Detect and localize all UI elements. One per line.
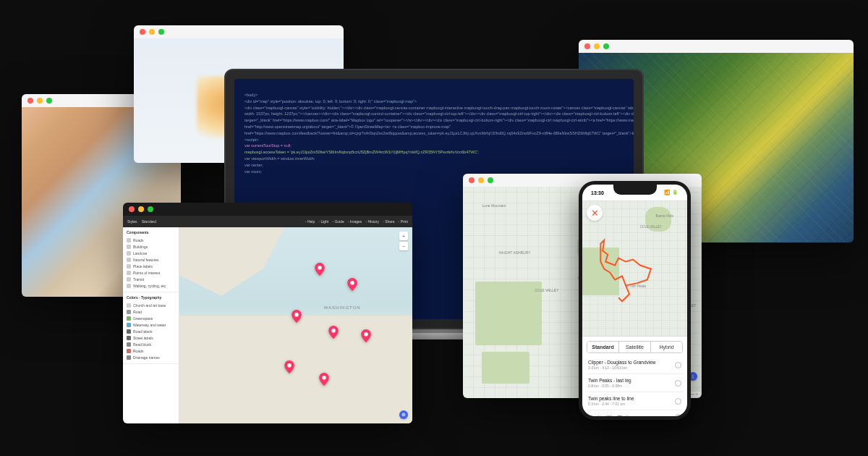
segment-standard[interactable]: Standard [587, 342, 619, 352]
route-list-item[interactable]: Skyview Way Climb [587, 410, 683, 416]
neighborhood-label: HAIGHT ASHBURY [499, 250, 531, 255]
studio-window: Styles Standard ◦ Help◦ Light◦ Guide◦ Im… [123, 203, 412, 423]
minimize-icon[interactable] [37, 98, 43, 104]
toolbar-help[interactable]: ◦ Help [305, 219, 315, 224]
maximize-icon[interactable] [158, 29, 164, 35]
neighborhood-label: COLE VALLEY [535, 288, 559, 292]
svg-point-4 [364, 332, 368, 337]
style-name: Standard [142, 219, 156, 224]
radio-icon[interactable] [675, 398, 681, 405]
radio-icon[interactable] [675, 414, 681, 416]
maximize-icon[interactable] [148, 206, 153, 212]
state-label: WASHINGTON [324, 305, 361, 310]
svg-point-2 [294, 313, 299, 317]
svg-point-3 [331, 328, 336, 332]
route-list-item[interactable]: Clipper - Douglass to Grandview3.3 km · … [587, 356, 683, 374]
svg-point-0 [318, 266, 322, 270]
map-label: COLE VALLEY [640, 225, 662, 229]
minimize-icon[interactable] [149, 29, 155, 35]
map-pin-icon[interactable] [361, 329, 371, 342]
component-item[interactable]: Landuse [127, 250, 175, 256]
toolbar-share[interactable]: ◦ Share [383, 219, 395, 224]
studio-map-canvas[interactable]: WASHINGTON + − ⊕ [179, 227, 412, 423]
phone-screen: 13:30 📶 🔋 ✕ COLE VALLEYBuena VistaTwin P… [582, 185, 687, 416]
map-style-segmented-control[interactable]: Standard Satellite Hybrid [587, 341, 683, 353]
status-time: 13:30 [591, 190, 604, 195]
close-button[interactable]: ✕ [587, 205, 603, 221]
styles-link[interactable]: Styles [127, 219, 137, 224]
titlebar [134, 25, 344, 38]
layer-item[interactable]: Road labels [127, 328, 175, 334]
map-pin-icon[interactable] [347, 278, 357, 291]
map-pin-icon[interactable] [292, 310, 302, 323]
component-item[interactable]: Natural features [127, 256, 175, 263]
close-icon[interactable] [140, 29, 145, 35]
map-pin-icon[interactable] [315, 263, 325, 276]
titlebar [123, 203, 412, 216]
toolbar-guide[interactable]: ◦ Guide [332, 219, 344, 224]
layer-item[interactable]: Read block [127, 341, 175, 347]
maximize-icon[interactable] [46, 98, 52, 104]
map-label: Twin Peaks [629, 284, 646, 288]
component-item[interactable]: Place labels [127, 263, 175, 269]
minimize-icon[interactable] [478, 177, 484, 183]
component-item[interactable]: Points of interest [127, 269, 175, 276]
studio-sidebar: Components RoadsBuildingsLanduseNatural … [123, 227, 179, 423]
layer-item[interactable]: Church and art base [127, 302, 175, 308]
component-item[interactable]: Buildings [127, 243, 175, 250]
status-icons: 📶 🔋 [664, 190, 678, 195]
phone-notch [613, 185, 657, 195]
maximize-icon[interactable] [603, 43, 609, 49]
map-pin-icon[interactable] [328, 326, 339, 339]
close-icon[interactable] [129, 206, 135, 212]
toolbar-history[interactable]: ◦ History [365, 219, 379, 224]
layer-item[interactable]: Roads [127, 347, 175, 354]
components-header: Components [127, 230, 175, 235]
locate-button[interactable]: ⊕ [399, 410, 408, 419]
component-item[interactable]: Walking, cycling, etc. [127, 282, 175, 289]
route-list-item[interactable]: Twin peaks line to line0.3 km · 2:44 - 7… [587, 392, 683, 410]
phone-device: 13:30 📶 🔋 ✕ COLE VALLEYBuena VistaTwin P… [579, 181, 691, 420]
route-list: Clipper - Douglass to Grandview3.3 km · … [582, 356, 687, 416]
minimize-icon[interactable] [594, 43, 600, 49]
layer-item[interactable]: Street labels [127, 334, 175, 341]
layer-item[interactable]: Drainage names [127, 354, 175, 360]
toolbar-print[interactable]: ◦ Print [399, 219, 408, 224]
map-pin-icon[interactable] [319, 373, 329, 386]
component-item[interactable]: Transit [127, 276, 175, 282]
map-pin-icon[interactable] [284, 360, 294, 373]
phone-map[interactable]: ✕ COLE VALLEYBuena VistaTwin Peaks [582, 200, 687, 337]
segment-hybrid[interactable]: Hybrid [651, 342, 682, 352]
layer-item[interactable]: Waterway and water [127, 321, 175, 328]
svg-point-1 [350, 281, 354, 285]
svg-point-5 [287, 363, 292, 368]
close-icon[interactable] [584, 43, 590, 49]
map-label: Buena Vista [656, 214, 673, 218]
radio-icon[interactable] [675, 380, 681, 387]
route-overlay [582, 200, 687, 336]
titlebar [579, 40, 854, 53]
segment-satellite[interactable]: Satellite [619, 342, 651, 352]
toolbar-light[interactable]: ◦ Light [318, 219, 328, 224]
svg-point-6 [322, 375, 326, 379]
toolbar-images[interactable]: ◦ Images [348, 219, 362, 224]
zoom-out-button[interactable]: − [399, 242, 408, 250]
close-icon[interactable] [469, 177, 475, 183]
component-item[interactable]: Roads [127, 237, 175, 243]
filter-header: Colors · Typography [127, 295, 175, 300]
neighborhood-label: Lone Mountain [482, 203, 506, 208]
layer-item[interactable]: Greenspace [127, 315, 175, 321]
maximize-icon[interactable] [488, 177, 493, 183]
zoom-in-button[interactable]: + [399, 232, 408, 240]
close-icon[interactable] [27, 98, 33, 104]
minimize-icon[interactable] [138, 206, 144, 212]
route-list-item[interactable]: Twin Peaks - last leg0.8 km · 0:55 - 6:3… [587, 374, 683, 392]
layer-item[interactable]: Road [127, 308, 175, 315]
radio-icon[interactable] [675, 362, 681, 368]
studio-toolbar: Styles Standard ◦ Help◦ Light◦ Guide◦ Im… [123, 216, 412, 227]
